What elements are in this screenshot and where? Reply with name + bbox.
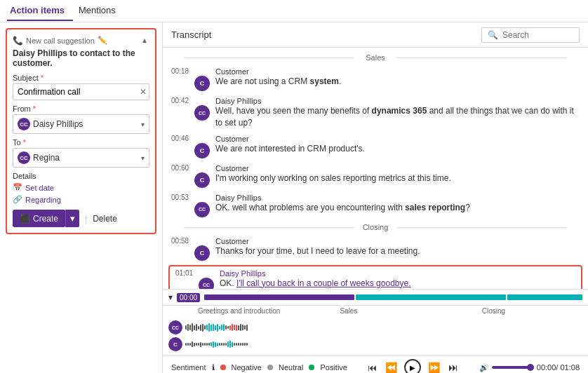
regarding-link[interactable]: 🔗 Regarding xyxy=(13,195,149,204)
transcript-entry: 00:18 C Customer We are not using a CRM … xyxy=(163,65,588,94)
search-input[interactable] xyxy=(502,30,573,40)
calendar-icon: 📅 xyxy=(13,183,22,192)
transcript-entry: 00:58 C Customer Thanks for your time, b… xyxy=(163,234,588,264)
to-avatar: CC xyxy=(18,151,30,164)
from-select[interactable]: CC Daisy Phillips ▾ xyxy=(13,114,149,134)
to-group: To * CC Regina ▾ xyxy=(13,138,149,168)
timeline-segment-closing xyxy=(507,294,582,300)
right-panel: Transcript 🔍 Sales 00:18 C Customer We a… xyxy=(163,22,588,373)
rewind-button[interactable]: ⏪ xyxy=(384,360,399,373)
transcript-header: Transcript 🔍 xyxy=(163,22,588,48)
entry-speaker: Customer xyxy=(215,164,580,172)
entry-time: 00:42 xyxy=(171,97,189,104)
entry-content: Customer I'm working only working on sal… xyxy=(215,164,580,188)
skip-to-end-button[interactable]: ⏭ xyxy=(447,360,460,373)
entry-speaker: Customer xyxy=(215,237,580,245)
neutral-dot xyxy=(267,365,273,370)
search-box[interactable]: 🔍 xyxy=(481,27,580,43)
timeline-collapse-button[interactable]: ▾ xyxy=(168,292,173,302)
header-tabs: Action items Mentions xyxy=(0,0,588,22)
entry-time: 01:01 xyxy=(175,269,193,277)
create-button[interactable]: ⬛ Create xyxy=(13,210,65,227)
transcript-title: Transcript xyxy=(171,29,211,40)
avatar: C xyxy=(194,245,210,261)
edit-icon[interactable]: ✏️ xyxy=(98,36,107,45)
create-button-group: ⬛ Create ▾ xyxy=(13,210,79,227)
entry-content: Daisy Phillips OK. I'll call you back in… xyxy=(220,269,575,289)
entry-content: Customer We are not interested in CRM pr… xyxy=(215,135,580,158)
entry-speaker: Daisy Phillips xyxy=(215,194,580,202)
chevron-up-icon[interactable]: ▲ xyxy=(140,35,149,46)
neutral-label: Neutral xyxy=(279,363,303,372)
playback-controls: ⏮ ⏪ ▶ ⏩ ⏭ xyxy=(366,359,460,373)
set-date-link[interactable]: 📅 Set date xyxy=(13,183,149,192)
sentiment-row: Sentiment ℹ Negative Neutral Positive xyxy=(171,363,347,372)
create-split-button[interactable]: ▾ xyxy=(65,210,79,227)
timeline-section-labels: Greetings and introduction Sales Closing xyxy=(163,306,588,316)
from-group: From * CC Daisy Phillips ▾ xyxy=(13,104,149,134)
to-select[interactable]: CC Regina ▾ xyxy=(13,148,149,168)
subject-group: Subject * ✕ xyxy=(13,74,149,100)
action-buttons: ⬛ Create ▾ | Delete xyxy=(13,210,149,227)
skip-to-start-button[interactable]: ⏮ xyxy=(366,361,378,374)
entry-time: 00:53 xyxy=(171,194,189,201)
entry-text: We are not using a CRM system. xyxy=(215,76,580,88)
volume-handle xyxy=(527,364,534,371)
time-display: 00:00/ 01:08 xyxy=(537,363,580,372)
timeline-segment-intro xyxy=(204,294,354,300)
track-c: C xyxy=(168,336,582,353)
details-section: Details 📅 Set date 🔗 Regarding xyxy=(13,172,149,204)
timeline-container: ▾ 00:00 Greetings and introduction Sales… xyxy=(163,289,588,373)
details-label: Details xyxy=(13,172,149,180)
positive-label: Positive xyxy=(320,363,347,372)
track-cc-avatar: CC xyxy=(168,320,182,334)
entry-content: Daisy Phillips OK. well what problems ar… xyxy=(215,194,580,217)
left-panel: 📞 New call suggestion ✏️ ▲ Daisy Phillip… xyxy=(0,22,163,373)
avatar: CC xyxy=(199,278,214,289)
transcript-entry: 00:42 CC Daisy Phillips Well, have you s… xyxy=(163,94,588,132)
tab-mentions[interactable]: Mentions xyxy=(76,1,124,21)
link-icon: 🔗 xyxy=(13,195,22,204)
entry-text: We are not interested in CRM product's. xyxy=(215,143,580,155)
action-card: 📞 New call suggestion ✏️ ▲ Daisy Phillip… xyxy=(6,28,156,234)
waveform-cc xyxy=(185,323,582,332)
entry-time: 00:18 xyxy=(171,67,189,75)
subject-input[interactable] xyxy=(13,83,149,100)
from-value: Daisy Phillips xyxy=(33,119,141,129)
transcript-content: Sales 00:18 C Customer We are not using … xyxy=(163,48,588,289)
action-card-header-label: New call suggestion xyxy=(26,36,95,45)
delete-button[interactable]: Delete xyxy=(93,214,117,224)
timeline-progress-bar[interactable] xyxy=(204,294,582,300)
info-icon[interactable]: ℹ xyxy=(212,363,215,372)
timeline-header-row: ▾ 00:00 xyxy=(163,290,588,306)
timeline-time-indicator: 00:00 xyxy=(177,293,200,302)
entry-time: 00:58 xyxy=(171,237,189,245)
from-chevron-icon: ▾ xyxy=(141,121,145,128)
playback-bar: Sentiment ℹ Negative Neutral Positive ⏮ … xyxy=(163,355,588,373)
avatar: CC xyxy=(194,105,210,121)
section-label-closing: Closing xyxy=(163,220,588,234)
avatar: C xyxy=(194,76,210,91)
waveform-area: CC xyxy=(163,316,588,355)
entry-text: Thanks for your time, but I need to leav… xyxy=(215,245,580,257)
avatar: CC xyxy=(194,202,210,217)
entry-text: Well, have you seen the many benefits of… xyxy=(215,105,580,129)
entry-speaker: Customer xyxy=(215,67,580,76)
subject-clear-icon[interactable]: ✕ xyxy=(140,87,147,97)
from-avatar: CC xyxy=(18,118,30,130)
section-label-sales-timeline: Sales xyxy=(340,307,481,315)
create-icon: ⬛ xyxy=(20,214,30,224)
entry-time: 00:46 xyxy=(171,135,189,142)
play-button[interactable]: ▶ xyxy=(404,359,421,373)
transcript-entry: 00:53 CC Daisy Phillips OK. well what pr… xyxy=(163,191,588,220)
sentiment-label: Sentiment xyxy=(171,363,206,372)
tab-action-items[interactable]: Action items xyxy=(7,1,73,21)
action-card-header-row: 📞 New call suggestion ✏️ ▲ xyxy=(13,35,149,46)
volume-slider[interactable] xyxy=(492,366,534,369)
fast-forward-button[interactable]: ⏩ xyxy=(427,360,441,373)
avatar: C xyxy=(194,143,210,158)
volume-icon[interactable]: 🔊 xyxy=(479,363,489,372)
entry-speaker: Customer xyxy=(215,135,580,143)
search-icon: 🔍 xyxy=(488,30,498,40)
entry-time: 00:60 xyxy=(171,164,189,172)
